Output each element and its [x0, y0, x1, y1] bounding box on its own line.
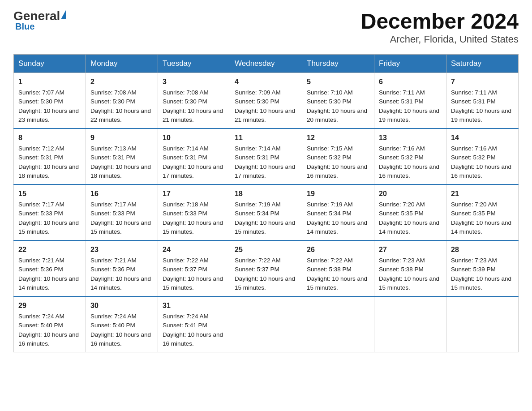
calendar-cell: 19 Sunrise: 7:19 AM Sunset: 5:34 PM Dayl… [302, 184, 374, 240]
day-number: 29 [18, 300, 81, 311]
day-number: 24 [163, 244, 225, 255]
calendar-cell [230, 296, 302, 352]
day-number: 17 [163, 188, 225, 199]
calendar-cell: 17 Sunrise: 7:18 AM Sunset: 5:33 PM Dayl… [158, 184, 230, 240]
sunrise-text: Sunrise: 7:17 AM [18, 201, 64, 208]
sunrise-text: Sunrise: 7:18 AM [163, 201, 209, 208]
sunrise-text: Sunrise: 7:19 AM [235, 201, 281, 208]
sunrise-text: Sunrise: 7:17 AM [90, 201, 137, 208]
day-number: 30 [90, 300, 153, 311]
sunset-text: Sunset: 5:32 PM [379, 154, 424, 161]
day-number: 8 [18, 133, 81, 143]
daylight-text: Daylight: 10 hours and 16 minutes. [379, 163, 439, 179]
day-number: 18 [235, 188, 297, 199]
sunset-text: Sunset: 5:34 PM [307, 210, 352, 217]
day-number: 7 [451, 77, 514, 87]
daylight-text: Daylight: 10 hours and 18 minutes. [18, 163, 79, 179]
day-number: 10 [163, 133, 225, 143]
calendar-cell [302, 296, 374, 352]
sunrise-text: Sunrise: 7:14 AM [235, 145, 281, 152]
sunset-text: Sunset: 5:31 PM [235, 154, 279, 161]
daylight-text: Daylight: 10 hours and 15 minutes. [163, 275, 223, 291]
calendar-cell: 11 Sunrise: 7:14 AM Sunset: 5:31 PM Dayl… [230, 128, 302, 184]
sunrise-text: Sunrise: 7:22 AM [235, 257, 281, 264]
calendar-cell: 3 Sunrise: 7:08 AM Sunset: 5:30 PM Dayli… [158, 73, 230, 129]
daylight-text: Daylight: 10 hours and 23 minutes. [18, 107, 79, 123]
calendar-cell: 4 Sunrise: 7:09 AM Sunset: 5:30 PM Dayli… [230, 73, 302, 129]
sunset-text: Sunset: 5:30 PM [90, 98, 135, 105]
daylight-text: Daylight: 10 hours and 16 minutes. [307, 163, 367, 179]
calendar-cell: 12 Sunrise: 7:15 AM Sunset: 5:32 PM Dayl… [302, 128, 374, 184]
calendar-week-row-1: 1 Sunrise: 7:07 AM Sunset: 5:30 PM Dayli… [14, 73, 519, 129]
daylight-text: Daylight: 10 hours and 15 minutes. [379, 275, 439, 291]
day-number: 13 [379, 133, 442, 143]
logo-triangle-icon [61, 9, 66, 19]
sunrise-text: Sunrise: 7:07 AM [18, 89, 64, 96]
sunrise-text: Sunrise: 7:13 AM [90, 145, 137, 152]
calendar-cell: 2 Sunrise: 7:08 AM Sunset: 5:30 PM Dayli… [86, 73, 158, 129]
calendar-cell: 7 Sunrise: 7:11 AM Sunset: 5:31 PM Dayli… [446, 73, 519, 129]
sunset-text: Sunset: 5:37 PM [163, 266, 207, 273]
day-number: 11 [235, 133, 297, 143]
daylight-text: Daylight: 10 hours and 19 minutes. [451, 107, 511, 123]
day-number: 1 [18, 77, 81, 87]
daylight-text: Daylight: 10 hours and 16 minutes. [18, 331, 79, 347]
col-tuesday: Tuesday [158, 55, 230, 73]
sunset-text: Sunset: 5:30 PM [163, 98, 207, 105]
sunrise-text: Sunrise: 7:16 AM [451, 145, 497, 152]
sunset-text: Sunset: 5:31 PM [18, 154, 63, 161]
daylight-text: Daylight: 10 hours and 15 minutes. [235, 219, 295, 235]
calendar-cell: 22 Sunrise: 7:21 AM Sunset: 5:36 PM Dayl… [14, 240, 86, 296]
header: General Blue December 2024 Archer, Flori… [13, 9, 519, 45]
day-number: 23 [90, 244, 153, 255]
calendar-cell: 1 Sunrise: 7:07 AM Sunset: 5:30 PM Dayli… [14, 73, 86, 129]
sunset-text: Sunset: 5:31 PM [163, 154, 207, 161]
sunset-text: Sunset: 5:37 PM [235, 266, 279, 273]
calendar-week-row-3: 15 Sunrise: 7:17 AM Sunset: 5:33 PM Dayl… [14, 184, 519, 240]
sunrise-text: Sunrise: 7:08 AM [163, 89, 209, 96]
sunset-text: Sunset: 5:32 PM [307, 154, 352, 161]
day-number: 4 [235, 77, 297, 87]
title-area: December 2024 Archer, Florida, United St… [361, 9, 519, 45]
sunrise-text: Sunrise: 7:22 AM [307, 257, 353, 264]
daylight-text: Daylight: 10 hours and 14 minutes. [379, 219, 439, 235]
daylight-text: Daylight: 10 hours and 14 minutes. [90, 275, 151, 291]
sunset-text: Sunset: 5:30 PM [18, 98, 63, 105]
sunrise-text: Sunrise: 7:15 AM [307, 145, 353, 152]
sunset-text: Sunset: 5:35 PM [451, 210, 496, 217]
sunrise-text: Sunrise: 7:24 AM [163, 313, 209, 320]
calendar-cell: 26 Sunrise: 7:22 AM Sunset: 5:38 PM Dayl… [302, 240, 374, 296]
calendar-week-row-4: 22 Sunrise: 7:21 AM Sunset: 5:36 PM Dayl… [14, 240, 519, 296]
sunset-text: Sunset: 5:31 PM [90, 154, 135, 161]
sunset-text: Sunset: 5:33 PM [18, 210, 63, 217]
sunrise-text: Sunrise: 7:16 AM [379, 145, 425, 152]
daylight-text: Daylight: 10 hours and 15 minutes. [163, 219, 223, 235]
day-number: 25 [235, 244, 297, 255]
day-number: 21 [451, 188, 514, 199]
day-number: 14 [451, 133, 514, 143]
sunrise-text: Sunrise: 7:19 AM [307, 201, 353, 208]
calendar-cell: 8 Sunrise: 7:12 AM Sunset: 5:31 PM Dayli… [14, 128, 86, 184]
calendar-table: Sunday Monday Tuesday Wednesday Thursday… [13, 54, 519, 352]
sunrise-text: Sunrise: 7:21 AM [18, 257, 64, 264]
calendar-cell: 15 Sunrise: 7:17 AM Sunset: 5:33 PM Dayl… [14, 184, 86, 240]
sunrise-text: Sunrise: 7:11 AM [451, 89, 497, 96]
sunrise-text: Sunrise: 7:20 AM [451, 201, 497, 208]
col-friday: Friday [374, 55, 446, 73]
sunset-text: Sunset: 5:31 PM [451, 98, 496, 105]
daylight-text: Daylight: 10 hours and 16 minutes. [451, 163, 511, 179]
sunset-text: Sunset: 5:34 PM [235, 210, 279, 217]
sunrise-text: Sunrise: 7:08 AM [90, 89, 137, 96]
day-number: 5 [307, 77, 369, 87]
calendar-header-row: Sunday Monday Tuesday Wednesday Thursday… [14, 55, 519, 73]
sunset-text: Sunset: 5:40 PM [90, 322, 135, 329]
sunset-text: Sunset: 5:32 PM [451, 154, 496, 161]
daylight-text: Daylight: 10 hours and 14 minutes. [307, 219, 367, 235]
calendar-cell: 27 Sunrise: 7:23 AM Sunset: 5:38 PM Dayl… [374, 240, 446, 296]
calendar-cell: 25 Sunrise: 7:22 AM Sunset: 5:37 PM Dayl… [230, 240, 302, 296]
daylight-text: Daylight: 10 hours and 21 minutes. [163, 107, 223, 123]
sunrise-text: Sunrise: 7:24 AM [18, 313, 64, 320]
sunrise-text: Sunrise: 7:22 AM [163, 257, 209, 264]
sunset-text: Sunset: 5:30 PM [235, 98, 279, 105]
calendar-cell: 18 Sunrise: 7:19 AM Sunset: 5:34 PM Dayl… [230, 184, 302, 240]
